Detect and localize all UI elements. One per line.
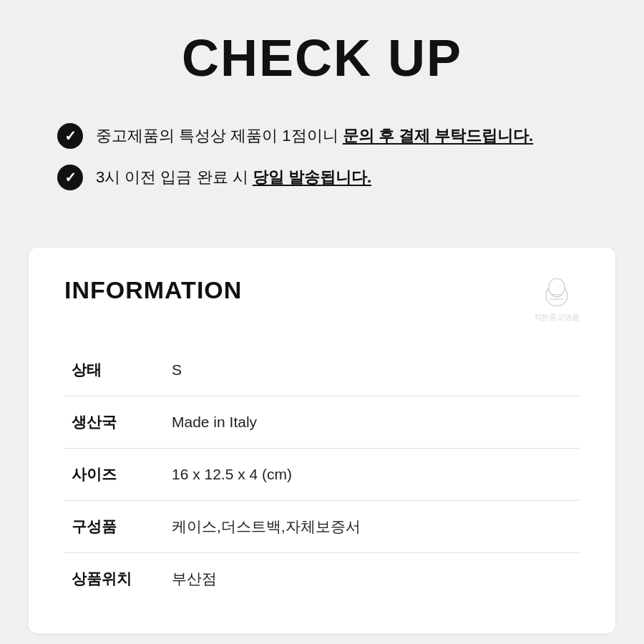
- brand-text: 착한중고명품: [534, 312, 580, 323]
- page-title: CHECK UP: [43, 21, 601, 94]
- info-table: 상태 S 생산국 Made in Italy 사이즈 16 x 12.5 x 4…: [64, 344, 580, 605]
- row-label-4: 상품위치: [64, 553, 165, 605]
- check-item-highlight-1: 문의 후 결제 부탁드립니다.: [343, 127, 533, 145]
- check-item-text-2: 3시 이전 입금 완료 시 당일 발송됩니다.: [96, 167, 371, 189]
- table-row: 생산국 Made in Italy: [64, 396, 580, 449]
- table-row: 구성품 케이스,더스트백,자체보증서: [64, 501, 580, 553]
- information-section: INFORMATION 착한중고명품 상태 S 생산국 Made in Ital…: [29, 248, 615, 633]
- info-header: INFORMATION 착한중고명품: [64, 276, 580, 323]
- check-item-highlight-2: 당일 발송됩니다.: [253, 168, 371, 186]
- row-value-3: 케이스,더스트백,자체보증서: [165, 501, 580, 553]
- row-label-2: 사이즈: [64, 449, 165, 501]
- list-item: 3시 이전 입금 완료 시 당일 발송됩니다.: [57, 165, 587, 190]
- row-value-2: 16 x 12.5 x 4 (cm): [165, 449, 580, 501]
- table-row: 상태 S: [64, 344, 580, 396]
- list-item: 중고제품의 특성상 제품이 1점이니 문의 후 결제 부탁드립니다.: [57, 123, 587, 149]
- row-value-1: Made in Italy: [165, 396, 580, 449]
- table-row: 사이즈 16 x 12.5 x 4 (cm): [64, 449, 580, 501]
- table-row: 상품위치 부산점: [64, 553, 580, 605]
- check-icon-1: [57, 123, 83, 149]
- check-item-text-before-1: 중고제품의 특성상 제품이 1점이니: [96, 127, 343, 145]
- check-list: 중고제품의 특성상 제품이 1점이니 문의 후 결제 부탁드립니다. 3시 이전…: [43, 123, 601, 190]
- top-section: CHECK UP 중고제품의 특성상 제품이 1점이니 문의 후 결제 부탁드립…: [0, 0, 644, 226]
- row-label-3: 구성품: [64, 501, 165, 553]
- brand-logo-icon: [540, 276, 574, 311]
- brand-watermark: 착한중고명품: [534, 276, 580, 323]
- row-label-1: 생산국: [64, 396, 165, 449]
- row-value-0: S: [165, 344, 580, 396]
- info-title: INFORMATION: [64, 276, 242, 304]
- row-label-0: 상태: [64, 344, 165, 396]
- check-item-text-before-2: 3시 이전 입금 완료 시: [96, 168, 253, 186]
- check-item-text-1: 중고제품의 특성상 제품이 1점이니 문의 후 결제 부탁드립니다.: [96, 125, 533, 147]
- check-icon-2: [57, 165, 83, 190]
- row-value-4: 부산점: [165, 553, 580, 605]
- svg-point-0: [549, 278, 565, 297]
